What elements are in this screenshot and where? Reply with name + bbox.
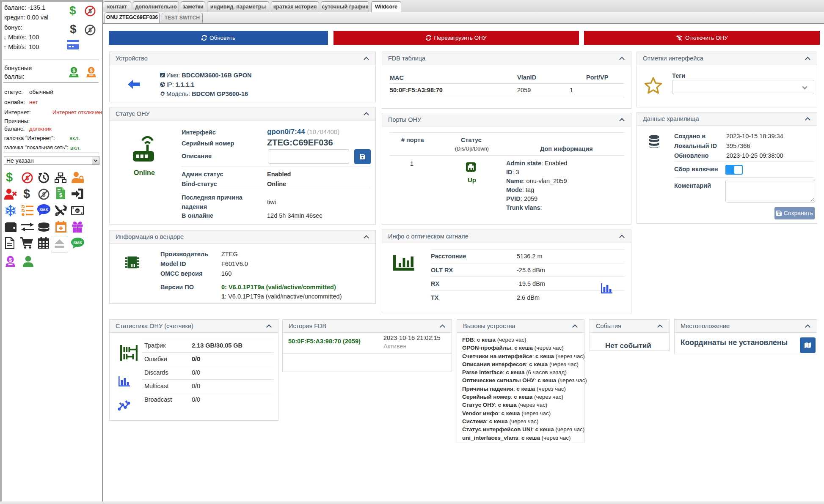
svg-text:0: 0 bbox=[76, 208, 78, 213]
svg-text:$: $ bbox=[9, 257, 12, 263]
svg-text:$: $ bbox=[90, 68, 93, 74]
svg-text:$: $ bbox=[59, 192, 63, 198]
svg-text:$: $ bbox=[42, 191, 46, 198]
svg-text:SMS: SMS bbox=[39, 207, 48, 212]
svg-text:$: $ bbox=[88, 8, 92, 14]
svg-text:$: $ bbox=[88, 27, 92, 33]
svg-text:$: $ bbox=[72, 68, 75, 74]
svg-text:SMS: SMS bbox=[73, 240, 82, 245]
svg-text:$: $ bbox=[26, 175, 29, 181]
